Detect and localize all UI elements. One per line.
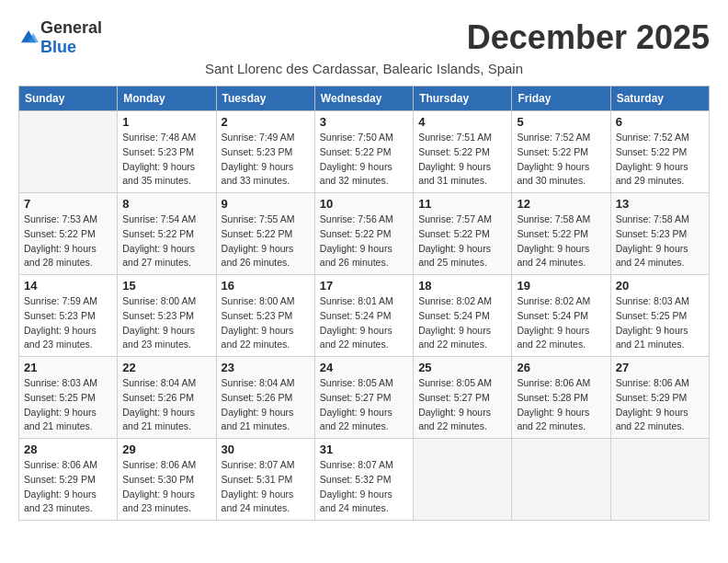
day-info: Sunrise: 7:58 AMSunset: 5:22 PMDaylight:… (517, 213, 605, 270)
day-info: Sunrise: 7:52 AMSunset: 5:22 PMDaylight:… (517, 131, 605, 189)
calendar-cell: 26Sunrise: 8:06 AMSunset: 5:28 PMDayligh… (512, 357, 610, 439)
day-info: Sunrise: 8:07 AMSunset: 5:31 PMDaylight:… (222, 458, 310, 516)
day-info: Sunrise: 7:48 AMSunset: 5:23 PMDaylight:… (122, 131, 210, 189)
calendar-cell: 29Sunrise: 8:06 AMSunset: 5:30 PMDayligh… (118, 439, 216, 521)
calendar-cell (512, 439, 610, 521)
day-info: Sunrise: 8:02 AMSunset: 5:24 PMDaylight:… (418, 294, 506, 352)
day-info: Sunrise: 8:06 AMSunset: 5:29 PMDaylight:… (24, 458, 112, 516)
day-number: 4 (418, 115, 506, 129)
calendar-cell: 20Sunrise: 8:03 AMSunset: 5:25 PMDayligh… (610, 275, 709, 357)
page-title: December 2025 (467, 18, 710, 57)
calendar-cell (414, 439, 512, 521)
day-info: Sunrise: 8:04 AMSunset: 5:26 PMDaylight:… (122, 376, 210, 434)
day-info: Sunrise: 8:04 AMSunset: 5:26 PMDaylight:… (222, 376, 310, 434)
calendar-cell: 16Sunrise: 8:00 AMSunset: 5:23 PMDayligh… (216, 275, 314, 357)
day-number: 31 (320, 442, 408, 456)
day-info: Sunrise: 8:06 AMSunset: 5:29 PMDaylight:… (616, 376, 704, 434)
calendar-cell: 5Sunrise: 7:52 AMSunset: 5:22 PMDaylight… (512, 111, 610, 193)
calendar-cell: 30Sunrise: 8:07 AMSunset: 5:31 PMDayligh… (216, 439, 314, 521)
day-number: 5 (517, 115, 605, 129)
calendar-cell (19, 111, 118, 193)
day-number: 26 (517, 361, 605, 374)
calendar-cell: 31Sunrise: 8:07 AMSunset: 5:32 PMDayligh… (314, 439, 413, 521)
column-headers: SundayMondayTuesdayWednesdayThursdayFrid… (19, 86, 710, 111)
day-info: Sunrise: 7:58 AMSunset: 5:23 PMDaylight:… (616, 213, 704, 270)
day-info: Sunrise: 7:52 AMSunset: 5:22 PMDaylight:… (616, 131, 704, 189)
calendar-cell: 17Sunrise: 8:01 AMSunset: 5:24 PMDayligh… (314, 275, 413, 357)
day-number: 7 (24, 197, 112, 211)
calendar-cell: 7Sunrise: 7:53 AMSunset: 5:22 PMDaylight… (19, 193, 118, 275)
calendar-cell: 10Sunrise: 7:56 AMSunset: 5:22 PMDayligh… (314, 193, 413, 275)
day-number: 17 (320, 279, 408, 293)
day-info: Sunrise: 7:56 AMSunset: 5:22 PMDaylight:… (320, 213, 408, 270)
column-header-monday: Monday (118, 86, 216, 111)
day-number: 30 (222, 442, 310, 456)
day-number: 9 (222, 197, 310, 211)
day-number: 11 (418, 197, 506, 211)
calendar-cell: 12Sunrise: 7:58 AMSunset: 5:22 PMDayligh… (512, 193, 610, 275)
calendar-cell: 6Sunrise: 7:52 AMSunset: 5:22 PMDaylight… (610, 111, 709, 193)
day-number: 14 (24, 279, 112, 293)
calendar-cell: 11Sunrise: 7:57 AMSunset: 5:22 PMDayligh… (414, 193, 512, 275)
day-number: 29 (122, 442, 210, 456)
day-number: 3 (320, 115, 408, 129)
day-number: 2 (222, 115, 310, 129)
calendar-cell: 1Sunrise: 7:48 AMSunset: 5:23 PMDaylight… (118, 111, 216, 193)
calendar-week-5: 28Sunrise: 8:06 AMSunset: 5:29 PMDayligh… (19, 439, 710, 521)
day-info: Sunrise: 8:05 AMSunset: 5:27 PMDaylight:… (320, 376, 408, 434)
calendar-cell: 15Sunrise: 8:00 AMSunset: 5:23 PMDayligh… (118, 275, 216, 357)
day-info: Sunrise: 8:02 AMSunset: 5:24 PMDaylight:… (517, 294, 605, 352)
day-info: Sunrise: 8:01 AMSunset: 5:24 PMDaylight:… (320, 294, 408, 352)
day-number: 25 (418, 361, 506, 374)
day-number: 13 (616, 197, 704, 211)
day-info: Sunrise: 8:00 AMSunset: 5:23 PMDaylight:… (222, 294, 310, 352)
day-info: Sunrise: 7:49 AMSunset: 5:23 PMDaylight:… (222, 131, 310, 189)
day-info: Sunrise: 7:55 AMSunset: 5:22 PMDaylight:… (222, 213, 310, 270)
day-info: Sunrise: 7:59 AMSunset: 5:23 PMDaylight:… (24, 294, 112, 352)
header: General Blue December 2025 (18, 18, 710, 57)
day-info: Sunrise: 8:06 AMSunset: 5:28 PMDaylight:… (517, 376, 605, 434)
calendar-cell: 18Sunrise: 8:02 AMSunset: 5:24 PMDayligh… (414, 275, 512, 357)
calendar-cell: 19Sunrise: 8:02 AMSunset: 5:24 PMDayligh… (512, 275, 610, 357)
day-number: 12 (517, 197, 605, 211)
column-header-wednesday: Wednesday (314, 86, 413, 111)
calendar-week-1: 1Sunrise: 7:48 AMSunset: 5:23 PMDaylight… (19, 111, 710, 193)
day-number: 23 (222, 361, 310, 374)
calendar-cell: 28Sunrise: 8:06 AMSunset: 5:29 PMDayligh… (19, 439, 118, 521)
column-header-sunday: Sunday (19, 86, 118, 111)
day-number: 10 (320, 197, 408, 211)
calendar-week-3: 14Sunrise: 7:59 AMSunset: 5:23 PMDayligh… (19, 275, 710, 357)
day-number: 18 (418, 279, 506, 293)
day-info: Sunrise: 7:53 AMSunset: 5:22 PMDaylight:… (24, 213, 112, 270)
day-number: 8 (122, 197, 210, 211)
day-number: 20 (616, 279, 704, 293)
calendar-cell: 13Sunrise: 7:58 AMSunset: 5:23 PMDayligh… (610, 193, 709, 275)
calendar-cell: 25Sunrise: 8:05 AMSunset: 5:27 PMDayligh… (414, 357, 512, 439)
day-number: 28 (24, 442, 112, 456)
column-header-saturday: Saturday (610, 86, 709, 111)
day-info: Sunrise: 7:51 AMSunset: 5:22 PMDaylight:… (418, 131, 506, 189)
logo: General Blue (18, 18, 102, 57)
day-number: 6 (616, 115, 704, 129)
calendar-cell: 8Sunrise: 7:54 AMSunset: 5:22 PMDaylight… (118, 193, 216, 275)
day-number: 22 (122, 361, 210, 374)
day-info: Sunrise: 8:07 AMSunset: 5:32 PMDaylight:… (320, 458, 408, 516)
day-number: 19 (517, 279, 605, 293)
calendar-cell: 14Sunrise: 7:59 AMSunset: 5:23 PMDayligh… (19, 275, 118, 357)
day-info: Sunrise: 8:06 AMSunset: 5:30 PMDaylight:… (122, 458, 210, 516)
logo-icon (18, 28, 39, 48)
calendar-week-4: 21Sunrise: 8:03 AMSunset: 5:25 PMDayligh… (19, 357, 710, 439)
day-info: Sunrise: 7:57 AMSunset: 5:22 PMDaylight:… (418, 213, 506, 270)
day-info: Sunrise: 8:00 AMSunset: 5:23 PMDaylight:… (122, 294, 210, 352)
calendar-cell: 4Sunrise: 7:51 AMSunset: 5:22 PMDaylight… (414, 111, 512, 193)
day-number: 21 (24, 361, 112, 374)
day-number: 24 (320, 361, 408, 374)
calendar-cell: 22Sunrise: 8:04 AMSunset: 5:26 PMDayligh… (118, 357, 216, 439)
calendar-cell (610, 439, 709, 521)
day-info: Sunrise: 8:03 AMSunset: 5:25 PMDaylight:… (24, 376, 112, 434)
day-info: Sunrise: 8:05 AMSunset: 5:27 PMDaylight:… (418, 376, 506, 434)
subtitle: Sant Llorenc des Cardassar, Balearic Isl… (18, 61, 710, 76)
column-header-friday: Friday (512, 86, 610, 111)
calendar-cell: 23Sunrise: 8:04 AMSunset: 5:26 PMDayligh… (216, 357, 314, 439)
calendar-table: SundayMondayTuesdayWednesdayThursdayFrid… (18, 86, 710, 521)
